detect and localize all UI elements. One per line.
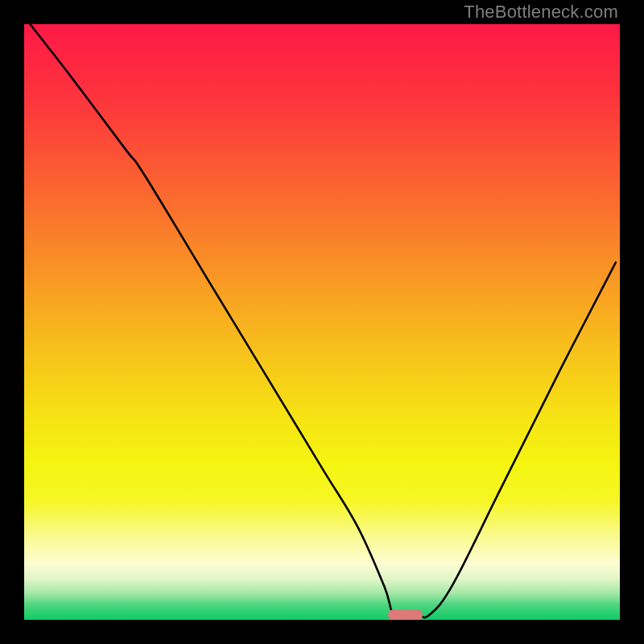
bottleneck-curve [24, 24, 620, 620]
optimal-marker [388, 609, 423, 620]
chart-frame: TheBottleneck.com [0, 0, 644, 644]
watermark-text: TheBottleneck.com [464, 2, 618, 23]
plot-area [24, 24, 620, 620]
